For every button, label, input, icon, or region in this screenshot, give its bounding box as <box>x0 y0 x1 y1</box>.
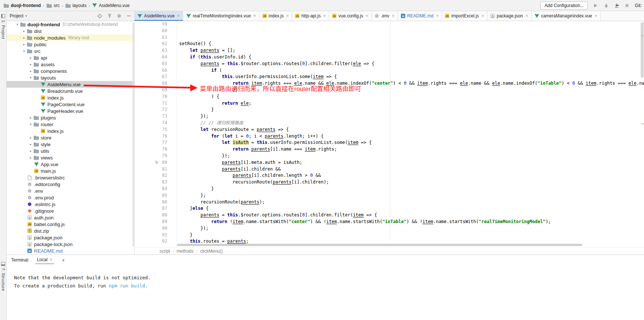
tree-item-assets[interactable]: ▸assets <box>7 61 134 68</box>
update-project-button[interactable] <box>613 2 620 9</box>
vertical-scrollbar-thumb[interactable] <box>641 22 644 78</box>
gutter-line[interactable]: 60 <box>135 28 167 34</box>
gutter-line[interactable]: 77 <box>135 139 167 146</box>
tab-close-icon[interactable]: × <box>436 14 439 18</box>
title-crumb-asidemenu-vue[interactable]: AsideMenu.vue <box>92 3 130 8</box>
chevron-down-icon[interactable]: ▾ <box>28 122 33 126</box>
code-line[interactable]: let recursionRoute = parents => { <box>179 127 644 133</box>
gutter-line[interactable]: 91 <box>135 232 167 239</box>
chevron-down-icon[interactable]: ▾ <box>28 76 33 80</box>
gutter-line[interactable]: 68 <box>135 80 167 87</box>
tree-item-asidemenu-vue[interactable]: AsideMenu.vue <box>7 81 134 88</box>
gutter-line[interactable]: 62 <box>135 41 167 47</box>
tree-item-env-prod[interactable]: .env.prod <box>7 194 134 201</box>
tree-item-store[interactable]: ▸store <box>7 134 134 141</box>
project-scrollbar-thumb[interactable] <box>133 22 134 246</box>
gutter-line[interactable]: 85 <box>135 192 167 199</box>
gutter-line[interactable]: 92 <box>135 238 167 245</box>
tab-package-json[interactable]: {}package.json× <box>487 11 531 21</box>
chevron-down-icon[interactable]: ▾ <box>21 49 27 53</box>
gutter-line[interactable]: 78 <box>135 146 167 153</box>
editor-crumb-clickmenu[interactable]: clickMenu() <box>200 249 222 254</box>
tree-item-index-js[interactable]: JSindex.js <box>7 94 134 101</box>
chevron-down-icon[interactable]: ▾ <box>15 23 20 26</box>
gutter-line[interactable]: 90 <box>135 225 167 232</box>
chevron-right-icon[interactable]: ▸ <box>21 43 27 46</box>
code-line[interactable]: // // 递归权限路由 <box>179 120 644 127</box>
gutter-line[interactable]: 76 <box>135 133 167 140</box>
chevron-right-icon[interactable]: ▸ <box>28 149 33 153</box>
code-line[interactable]: let parents = []; <box>179 47 644 54</box>
tab-close-icon[interactable]: × <box>482 14 484 18</box>
tree-item-node-modules[interactable]: ▸node_moduleslibrary root <box>7 34 134 41</box>
tab-env[interactable]: .env× <box>372 11 398 21</box>
code-line[interactable]: parents = this.$router.options.routes[0]… <box>179 212 644 219</box>
tree-item-components[interactable]: ▸components <box>7 68 134 74</box>
chevron-right-icon[interactable]: ▸ <box>28 136 33 139</box>
gutter-line[interactable]: 65 <box>135 61 167 67</box>
code-line[interactable]: this.userInfo.permissionList.some(item =… <box>179 74 644 80</box>
title-crumb-duoji-frontend[interactable]: duoji-frontend <box>4 3 41 8</box>
tree-item-views[interactable]: ▸views <box>7 154 134 161</box>
tree-item-index-js[interactable]: JSindex.js <box>7 128 134 134</box>
tab-close-icon[interactable]: × <box>392 14 395 18</box>
structure-tool-button[interactable]: 7: Structure <box>1 262 6 291</box>
code-line[interactable]: } <box>179 232 644 239</box>
chevron-right-icon[interactable]: ▸ <box>21 29 27 33</box>
vertical-scrollbar[interactable] <box>640 21 644 247</box>
stop-button[interactable] <box>624 2 630 9</box>
add-configuration-button[interactable]: Add Configuration... <box>540 1 588 10</box>
tree-item-gitignore[interactable]: .gitignore <box>7 208 134 214</box>
tree-item-utils[interactable]: ▸utils <box>7 148 134 154</box>
gutter-line[interactable]: ↻80 <box>135 159 167 166</box>
code-line[interactable]: recursionRoute(parents); <box>179 199 644 206</box>
code-line[interactable]: } <box>179 186 644 192</box>
horizontal-scrollbar[interactable] <box>177 244 637 246</box>
gutter-line[interactable]: 83 <box>135 179 167 186</box>
gutter-line[interactable]: 69 <box>135 87 167 94</box>
gutter-line[interactable]: 79 <box>135 153 167 159</box>
tab-asidemenu-vue[interactable]: AsideMenu.vue× <box>134 11 183 21</box>
code-line[interactable]: setRoute() { <box>179 41 644 47</box>
editor-crumb-methods[interactable]: methods <box>177 249 194 254</box>
code-line[interactable]: return ele; <box>179 100 644 107</box>
gutter-line[interactable]: 67 <box>135 74 167 80</box>
hide-button[interactable] <box>126 13 131 19</box>
tree-item-plugins[interactable]: ▸plugins <box>7 114 134 121</box>
tree-item-duoji-frontend[interactable]: ▾duoji-frontendD:\zheheWeb\duoji-fronten… <box>7 21 134 28</box>
tab-close-icon[interactable]: × <box>254 14 256 18</box>
tree-item-breadcrumb-vue[interactable]: Breadcrumb.vue <box>7 88 134 94</box>
tree-item-dist-zip[interactable]: dist.zip <box>7 228 134 234</box>
code-line[interactable]: }); <box>179 225 644 232</box>
editor-crumb-script[interactable]: script <box>160 249 170 254</box>
gutter-line[interactable]: 70 <box>135 94 167 100</box>
tree-item-env[interactable]: .env <box>7 188 134 194</box>
code-line[interactable]: parents[i].meta.auth = isAuth; <box>179 159 644 166</box>
code-line[interactable]: }else { <box>179 205 644 212</box>
debug-button[interactable] <box>603 2 609 9</box>
tab-importexcel-js[interactable]: JSimportExcel.js× <box>442 11 487 21</box>
tree-item-router[interactable]: ▾router <box>7 121 134 128</box>
code-line[interactable]: ) { <box>179 94 644 100</box>
tab-cameramanage-index-vue[interactable]: cameraManage\index.vue× <box>531 11 601 21</box>
tree-item-auth-json[interactable]: {}auth.json <box>7 214 134 221</box>
tree-item-style[interactable]: ▸style <box>7 141 134 148</box>
tree-item-dist[interactable]: ▸dist <box>7 28 134 34</box>
gutter-line[interactable]: 59 <box>135 21 167 28</box>
chevron-right-icon[interactable]: ▸ <box>28 156 33 159</box>
code-line[interactable]: if (this.userInfo.id) { <box>179 54 644 61</box>
chevron-right-icon[interactable]: ▸ <box>28 63 33 66</box>
code-line[interactable]: parents[i].children && <box>179 166 644 173</box>
new-terminal-button[interactable]: + <box>60 257 65 263</box>
code-line[interactable]: return !item.name.startsWith("center") &… <box>179 219 644 225</box>
gutter-line[interactable]: 87 <box>135 205 167 212</box>
gutter-line[interactable]: 75 <box>135 127 167 133</box>
gutter-line[interactable]: 61 <box>135 34 167 41</box>
gutter-line[interactable]: 66 <box>135 67 167 74</box>
tab-close-icon[interactable]: × <box>286 14 289 18</box>
project-view-selector[interactable]: Project ▾ <box>10 13 27 18</box>
code-line[interactable]: parents[i].children.length > 0 && <box>179 172 644 179</box>
code-area[interactable]: setRoute() { let parents = []; if (this.… <box>177 21 644 247</box>
tab-realtimemonitoring-index-vue[interactable]: realTimeMonitoring\index.vue× <box>183 11 259 21</box>
tree-item-pagecontent-vue[interactable]: PageContent.vue <box>7 101 134 108</box>
